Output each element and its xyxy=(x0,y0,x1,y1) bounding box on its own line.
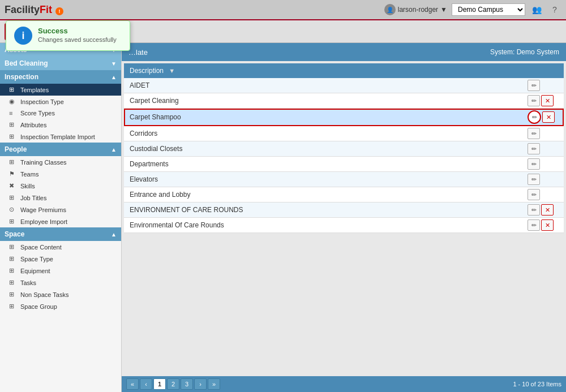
content-header: …late System: Demo System xyxy=(122,43,566,61)
notification-info-icon: i xyxy=(14,27,32,45)
sidebar-item-inspection-type[interactable]: ◉ Inspection Type xyxy=(0,96,121,107)
top-bar: FacilityFit ! 👤 larson-rodger ▼ Demo Cam… xyxy=(0,0,566,20)
sidebar-item-space-content[interactable]: ⊞ Space Content xyxy=(0,241,121,253)
edit-button[interactable]: ✏ xyxy=(528,95,540,106)
app-logo: FacilityFit ! xyxy=(5,4,63,16)
edit-button[interactable]: ✏ xyxy=(528,219,540,231)
user-menu[interactable]: 👤 larson-rodger ▼ xyxy=(384,4,447,15)
sidebar-section-space[interactable]: Space ▲ xyxy=(0,227,121,241)
content-system: System: Demo System xyxy=(490,48,559,56)
pagination-bar: « ‹ 1 2 3 › » 1 - 10 of 23 Items xyxy=(122,376,566,392)
sidebar-section-inspection-label: Inspection xyxy=(5,73,38,81)
sidebar-item-employee-import[interactable]: ⊞ Employee Import xyxy=(0,216,121,227)
wage-icon: ⊙ xyxy=(9,206,17,213)
sidebar-item-equipment-label: Equipment xyxy=(20,268,50,274)
actions-cell: ✏ xyxy=(524,172,564,187)
sidebar-section-inspection[interactable]: Inspection ▲ xyxy=(0,70,121,84)
username-label: larson-rodger xyxy=(398,6,438,14)
sidebar-item-templates[interactable]: ⊞ Templates xyxy=(0,84,121,96)
sidebar-item-wage-label: Wage Premiums xyxy=(20,206,66,213)
sidebar-item-attributes[interactable]: ⊞ Attributes xyxy=(0,119,121,131)
teams-icon: ⚑ xyxy=(9,170,17,178)
sidebar-item-equipment[interactable]: ⊞ Equipment xyxy=(0,265,121,277)
tasks-icon: ⊞ xyxy=(9,279,17,286)
sidebar-item-non-space-tasks[interactable]: ⊞ Non Space Tasks xyxy=(0,288,121,300)
template-import-icon: ⊞ xyxy=(9,133,17,140)
sidebar-item-skills-label: Skills xyxy=(20,183,35,189)
sidebar-bed-cleaning-arrow: ▼ xyxy=(111,61,117,67)
last-page-button[interactable]: » xyxy=(208,378,220,390)
delete-button[interactable]: ✕ xyxy=(541,95,554,106)
campus-select[interactable]: Demo Campus xyxy=(452,3,525,16)
sidebar-item-attributes-label: Attributes xyxy=(20,122,46,128)
notification-popup: i Success Changes saved successfully xyxy=(6,20,130,51)
edit-button[interactable]: ✏ xyxy=(528,158,540,170)
sidebar-item-tasks-label: Tasks xyxy=(20,279,36,286)
table-row: Custodial Closets✏ xyxy=(124,141,564,157)
non-space-tasks-icon: ⊞ xyxy=(9,291,17,298)
sidebar-item-wage-premiums[interactable]: ⊙ Wage Premiums xyxy=(0,204,121,216)
prev-page-button[interactable]: ‹ xyxy=(140,378,152,390)
edit-button[interactable]: ✏ xyxy=(528,204,540,216)
actions-cell: ✏✕ xyxy=(524,93,564,109)
page-info: 1 - 10 of 23 Items xyxy=(513,381,561,387)
sidebar-item-skills[interactable]: ✖ Skills xyxy=(0,180,121,192)
sidebar-section-bed-cleaning[interactable]: Bed Cleaning ▼ xyxy=(0,57,121,70)
sidebar-item-space-group[interactable]: ⊞ Space Group xyxy=(0,300,121,312)
sidebar-item-teams[interactable]: ⚑ Teams xyxy=(0,168,121,180)
table-row: ENVIRONMENT OF CARE ROUNDS✏✕ xyxy=(124,203,564,218)
equipment-icon: ⊞ xyxy=(9,267,17,274)
sidebar-space-arrow: ▲ xyxy=(111,231,117,238)
edit-button[interactable]: ✏ xyxy=(528,110,541,124)
employee-import-icon: ⊞ xyxy=(9,218,17,225)
space-content-icon: ⊞ xyxy=(9,243,17,251)
help-icon[interactable]: ? xyxy=(548,3,561,16)
description-cell: Entrance and Lobby xyxy=(124,187,524,203)
edit-button[interactable]: ✏ xyxy=(528,128,540,139)
filter-icon[interactable]: ▼ xyxy=(169,67,175,74)
actions-cell: ✏✕ xyxy=(524,203,564,218)
description-cell: Custodial Closets xyxy=(124,141,524,157)
sidebar-item-job-titles[interactable]: ⊞ Job Titles xyxy=(0,192,121,204)
system-value: Demo System xyxy=(517,48,559,56)
table-row: Carpet Cleaning✏✕ xyxy=(124,93,564,109)
edit-button[interactable]: ✏ xyxy=(528,143,540,154)
sidebar-section-bed-cleaning-label: Bed Cleaning xyxy=(5,59,48,67)
next-page-button[interactable]: › xyxy=(194,378,207,390)
delete-button[interactable]: ✕ xyxy=(542,111,555,123)
sidebar-item-training-label: Training Classes xyxy=(20,159,67,166)
notification-content: Success Changes saved successfully xyxy=(38,27,117,43)
page-3-button[interactable]: 3 xyxy=(181,378,193,390)
edit-button[interactable]: ✏ xyxy=(528,80,540,91)
sidebar-section-people[interactable]: People ▲ xyxy=(0,143,121,156)
table-row: Environmental Of Care Rounds✏✕ xyxy=(124,218,564,233)
sidebar-item-space-type-label: Space Type xyxy=(20,256,53,262)
notification-message: Changes saved successfully xyxy=(38,36,117,43)
page-2-button[interactable]: 2 xyxy=(167,378,179,390)
group-icon[interactable]: 👥 xyxy=(530,3,543,16)
table-container: Description ▼ AIDET✏Carpet Cleaning✏✕Car… xyxy=(122,61,566,376)
inspection-templates-table: Description ▼ AIDET✏Carpet Cleaning✏✕Car… xyxy=(124,63,564,233)
attributes-icon: ⊞ xyxy=(9,121,17,128)
sidebar: Assets ▼ Bed Cleaning ▼ Inspection ▲ ⊞ T… xyxy=(0,43,122,392)
description-cell: Corridors xyxy=(124,126,524,141)
sidebar-item-training-classes[interactable]: ⊞ Training Classes xyxy=(0,156,121,168)
description-cell: Carpet Cleaning xyxy=(124,93,524,109)
delete-button[interactable]: ✕ xyxy=(541,219,554,231)
system-label: System: xyxy=(490,48,514,56)
edit-button[interactable]: ✏ xyxy=(528,189,540,200)
sidebar-item-space-type[interactable]: ⊞ Space Type xyxy=(0,253,121,265)
pagination-controls: « ‹ 1 2 3 › » xyxy=(126,378,220,390)
sidebar-inspection-arrow: ▲ xyxy=(111,74,117,80)
sidebar-item-inspection-template-import[interactable]: ⊞ Inspection Template Import xyxy=(0,131,121,143)
first-page-button[interactable]: « xyxy=(126,378,139,390)
space-group-icon: ⊞ xyxy=(9,303,17,310)
edit-button[interactable]: ✏ xyxy=(528,174,540,185)
page-1-button[interactable]: 1 xyxy=(153,378,166,390)
templates-icon: ⊞ xyxy=(9,86,17,93)
sidebar-item-tasks[interactable]: ⊞ Tasks xyxy=(0,277,121,288)
sidebar-item-score-types[interactable]: ≡ Score Types xyxy=(0,107,121,119)
content-title: …late xyxy=(128,48,148,57)
delete-button[interactable]: ✕ xyxy=(541,204,554,216)
sidebar-item-score-types-label: Score Types xyxy=(20,110,55,117)
